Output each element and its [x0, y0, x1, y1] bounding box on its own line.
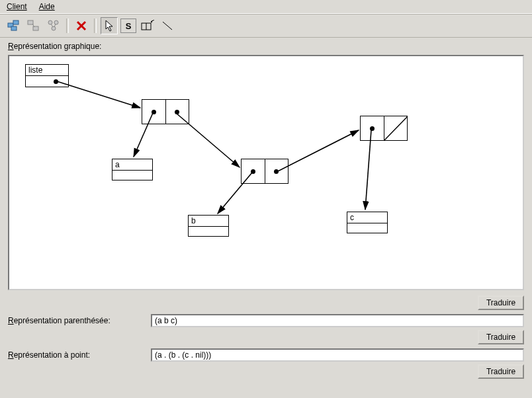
menu-client-label: Client	[7, 2, 27, 11]
translate-point-button[interactable]: Traduire	[478, 364, 524, 379]
atom-a[interactable]: a	[112, 159, 153, 180]
svg-rect-1	[13, 20, 19, 24]
atom-b[interactable]: b	[188, 215, 229, 237]
toolbar: S	[0, 14, 532, 38]
svg-point-6	[48, 20, 52, 24]
paren-section-label: Représentation parenthésée:	[8, 316, 147, 325]
s-mode-icon[interactable]: S	[120, 19, 136, 33]
delete-icon[interactable]	[73, 17, 90, 34]
cons2-cdr-dot	[274, 169, 279, 174]
svg-line-22	[365, 130, 371, 210]
toolbar-separator-2	[94, 19, 97, 33]
paren-input[interactable]	[151, 314, 524, 327]
cons-cell-2[interactable]	[241, 159, 288, 184]
svg-point-7	[54, 20, 58, 24]
toolbar-separator-1	[66, 19, 69, 33]
svg-line-16	[384, 116, 408, 140]
cons-cell-1[interactable]	[142, 99, 189, 124]
atom-c[interactable]: c	[347, 212, 388, 233]
menu-aide[interactable]: Aide	[36, 1, 58, 12]
svg-rect-2	[11, 26, 17, 30]
graph-section-text: eprésentation graphique:	[14, 42, 102, 51]
point-input[interactable]	[151, 348, 524, 362]
svg-line-17	[57, 81, 140, 108]
unlink-icon[interactable]	[25, 17, 42, 34]
bottom-area: Traduire Représentation parenthésée: Tra…	[0, 296, 532, 384]
translate-paren-button[interactable]: Traduire	[478, 330, 524, 344]
translate-graph-button[interactable]: Traduire	[478, 296, 524, 310]
diagram-canvas[interactable]: liste a b	[8, 55, 524, 290]
root-pointer-dot	[54, 79, 58, 84]
menu-client[interactable]: Client	[4, 1, 30, 12]
cons1-car-dot	[152, 110, 156, 114]
menu-aide-label: Aide	[39, 2, 55, 11]
cons3-nil	[384, 116, 408, 140]
menubar: Client Aide	[0, 0, 532, 14]
line-icon[interactable]	[159, 17, 176, 34]
tree-icon[interactable]	[45, 17, 62, 34]
atom-a-label: a	[112, 159, 152, 171]
cons1-cdr-dot	[175, 110, 179, 114]
root-node-label: liste	[26, 65, 68, 76]
pointer-icon[interactable]	[101, 17, 118, 34]
svg-line-15	[163, 22, 172, 30]
cons-cell-3[interactable]	[360, 116, 408, 141]
svg-line-9	[51, 24, 53, 27]
s-mode-label: S	[126, 21, 132, 31]
cons3-car-dot	[370, 126, 375, 131]
svg-rect-4	[33, 26, 38, 30]
newbox-icon[interactable]	[139, 17, 156, 34]
graph-section-label: Représentation graphique:	[0, 38, 532, 52]
clients-icon[interactable]	[5, 17, 22, 34]
cons2-car-dot	[251, 169, 255, 174]
atom-b-label: b	[189, 216, 228, 227]
root-node[interactable]: liste	[25, 64, 69, 87]
svg-point-8	[52, 26, 56, 30]
point-section-label: Représentation à point:	[8, 350, 147, 360]
svg-rect-3	[28, 20, 33, 24]
atom-c-label: c	[347, 212, 387, 223]
